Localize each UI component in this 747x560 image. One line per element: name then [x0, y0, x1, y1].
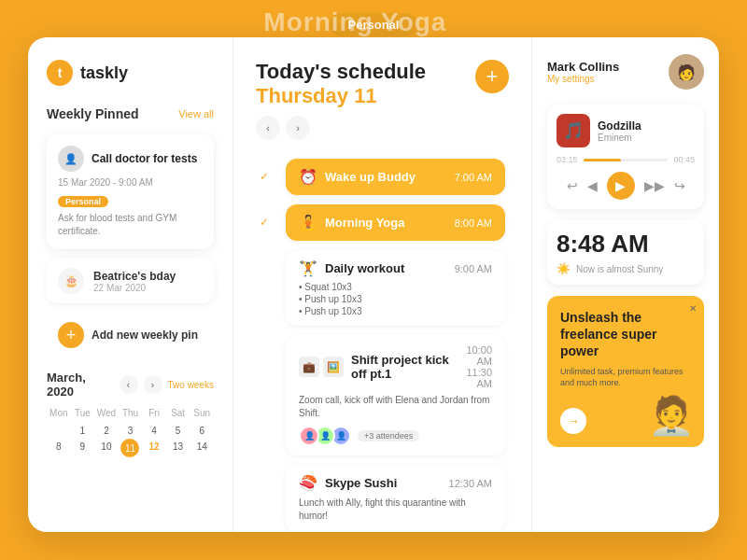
cal-day[interactable]: 8: [47, 439, 71, 457]
cal-day[interactable]: 14: [190, 439, 214, 457]
promo-card: ✕ Unsleash the freelance super power Unl…: [547, 296, 704, 447]
pinned-card-date: 15 Mar 2020 - 9:00 AM: [58, 177, 203, 188]
cal-day[interactable]: 4: [142, 423, 166, 439]
pinned-avatar: 👤: [58, 146, 84, 172]
weekly-pinned-title: Weekly Pinned: [47, 106, 139, 121]
cal-header-thu: Thu: [119, 408, 143, 418]
cal-header-wed: Wed: [94, 408, 119, 418]
schedule-prev[interactable]: ‹: [256, 116, 280, 140]
cal-week1: 1 2 3 4 5 6: [47, 423, 214, 439]
event-time: 9:00 AM: [455, 263, 492, 274]
cal-header-sat: Sat: [166, 408, 190, 418]
view-all-link[interactable]: View all: [178, 108, 214, 119]
add-pin-icon: +: [58, 322, 84, 348]
promo-figure: 🧑‍💼: [648, 394, 695, 438]
event-time: 7:00 AM: [455, 172, 492, 183]
event-emoji: 🏋️: [299, 259, 317, 277]
cal-day[interactable]: 6: [190, 423, 214, 439]
event-emoji: 🧘: [299, 214, 317, 231]
cal-day[interactable]: 3: [119, 423, 143, 439]
bday-title: Beatrice's bday: [93, 270, 176, 283]
music-prev-icon[interactable]: ◀: [587, 178, 598, 193]
music-rewind-icon[interactable]: ↩: [567, 178, 578, 193]
time-card: 8:48 AM ☀️ Now is almost Sunny: [547, 220, 704, 285]
music-card: 🎵 Godzilla Eminem 03:15 00:45 ↩ ◀ ▶ ▶▶ ↪: [547, 105, 704, 209]
user-name: Mark Collins: [547, 60, 659, 74]
schedule-date: Thursday 11: [256, 84, 426, 108]
promo-close-button[interactable]: ✕: [689, 303, 697, 314]
music-next-icon[interactable]: ▶▶: [644, 178, 665, 193]
bg-top-text: Morning Yoga: [263, 7, 446, 37]
event-desc: Zoom call, kick off with Elena and Jorda…: [299, 394, 492, 420]
main-content: Today's schedule Thursday 11 ‹ › + ✓ ⏰ W…: [233, 37, 532, 532]
add-event-button[interactable]: +: [475, 60, 509, 93]
event-time: 10:00 AM: [457, 344, 492, 367]
promo-arrow-button[interactable]: →: [560, 408, 586, 434]
cal-day[interactable]: 1: [71, 423, 95, 439]
promo-title: Unsleash the freelance super power: [560, 309, 691, 360]
cal-day[interactable]: 2: [94, 423, 119, 439]
cal-week2: 8 9 10 11 12 13 14: [47, 439, 214, 457]
cal-header-mon: Mon: [47, 408, 71, 418]
clock-display: 8:48 AM: [557, 230, 695, 259]
event-card-shift-project[interactable]: 💼 🖼️ Shift project kick off pt.1 10:00 A…: [286, 335, 505, 455]
event-card-wake-up[interactable]: ⏰ Wake up Buddy 7:00 AM: [286, 159, 505, 195]
pinned-card-title: Call doctor for tests: [92, 152, 197, 165]
promo-desc: Unlimited task, premium features and muc…: [560, 366, 691, 389]
pinned-card-desc: Ask for blood tests and GYM certificate.: [58, 212, 203, 238]
cal-day[interactable]: 9: [71, 439, 95, 457]
cal-next[interactable]: ›: [144, 375, 162, 394]
pinned-card-call-doctor[interactable]: 👤 Call doctor for tests 15 Mar 2020 - 9:…: [47, 134, 214, 249]
weather-text: Now is almost Sunny: [576, 264, 663, 274]
schedule-next[interactable]: ›: [286, 116, 310, 140]
logo-row: t taskly: [47, 60, 214, 86]
music-play-button[interactable]: ▶: [607, 172, 635, 200]
schedule-item-shift-project: 💼 🖼️ Shift project kick off pt.1 10:00 A…: [256, 335, 509, 455]
music-time-current: 03:15: [557, 155, 578, 164]
cal-header-sun: Sun: [190, 408, 214, 418]
weather-icon: ☀️: [557, 262, 571, 275]
music-progress-fill: [584, 159, 622, 161]
calendar-section: March, 2020 ‹ › Two weeks Mon Tue Wed Th…: [47, 371, 214, 457]
schedule-item-wake-up: ✓ ⏰ Wake up Buddy 7:00 AM: [256, 159, 509, 195]
add-pin-row[interactable]: + Add new weekly pin: [47, 313, 214, 357]
cal-day[interactable]: 12: [142, 439, 166, 457]
cal-days-header: Mon Tue Wed Thu Fri Sat Sun: [47, 408, 214, 418]
cal-day[interactable]: 5: [166, 423, 190, 439]
event-time: 12:30 AM: [449, 478, 492, 489]
user-settings-link[interactable]: My settings: [547, 74, 659, 84]
schedule-header: Today's schedule Thursday 11 ‹ › +: [256, 60, 509, 140]
bday-date: 22 Mar 2020: [93, 283, 176, 293]
bullet-3: • Push up 10x3: [299, 306, 492, 316]
attendees-badge: +3 attendees: [358, 430, 419, 441]
two-weeks-label[interactable]: Two weeks: [168, 380, 214, 390]
event-emoji: 🍣: [299, 474, 317, 492]
music-cover: 🎵: [557, 114, 590, 147]
event-card-morning-yoga[interactable]: 🧘 Morning Yoga 8:00 AM: [286, 204, 505, 241]
right-panel: Mark Collins My settings 🧑 🎵 Godzilla Em…: [532, 37, 719, 532]
cal-day-today[interactable]: 11: [120, 439, 139, 457]
cal-header-fri: Fri: [142, 408, 166, 418]
event-title: Skype Sushi: [325, 476, 397, 490]
add-pin-label: Add new weekly pin: [92, 329, 198, 342]
cal-prev[interactable]: ‹: [120, 375, 138, 394]
music-artist: Eminem: [598, 133, 641, 143]
event-time2: 11:30 AM: [457, 367, 492, 389]
attendee-avatar: 👤: [299, 426, 319, 446]
schedule-item-morning-yoga: ✓ 🧘 Morning Yoga 8:00 AM: [256, 204, 509, 241]
event-card-skype-sushi[interactable]: 🍣 Skype Sushi 12:30 AM Lunch with Ally, …: [286, 465, 505, 532]
cal-day[interactable]: 10: [94, 439, 119, 457]
event-title: Wake up Buddy: [325, 170, 416, 184]
cal-day[interactable]: 13: [166, 439, 190, 457]
event-card-daily-workout[interactable]: 🏋️ Daily workout 9:00 AM • Squat 10x3 • …: [286, 250, 505, 326]
music-progress-bar[interactable]: [584, 159, 669, 161]
pinned-simple-bday[interactable]: 🎂 Beatrice's bday 22 Mar 2020: [47, 259, 214, 303]
shift-img2: 🖼️: [323, 357, 344, 377]
music-title: Godzilla: [598, 119, 641, 133]
check-icon: ✓: [260, 216, 269, 229]
cal-day[interactable]: [47, 423, 71, 439]
cal-header-tue: Tue: [71, 408, 95, 418]
event-emoji: ⏰: [299, 168, 317, 186]
calendar-title: March, 2020: [47, 371, 114, 399]
music-forward-icon[interactable]: ↪: [674, 178, 685, 193]
